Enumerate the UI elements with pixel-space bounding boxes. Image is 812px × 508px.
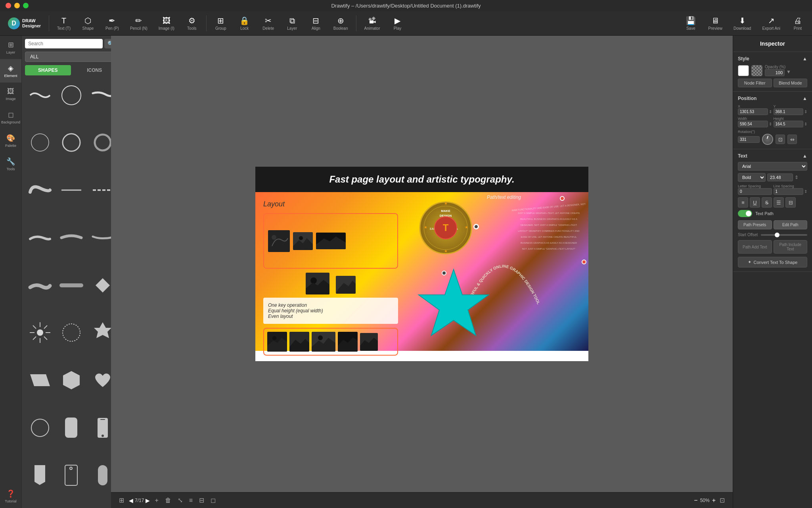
text-collapse-icon[interactable]: ▲: [802, 153, 807, 159]
canvas-content[interactable]: Fast page layout and artistic typography…: [111, 36, 733, 492]
control-handle-right[interactable]: [582, 260, 586, 264]
layers-button[interactable]: ≡: [188, 496, 194, 505]
align-left-button[interactable]: ≡: [738, 197, 748, 208]
opacity-input[interactable]: [765, 69, 785, 76]
shape-item-blob1[interactable]: [25, 175, 55, 205]
toolbar-preview[interactable]: 🖥 Preview: [703, 15, 727, 32]
line-spacing-input[interactable]: [774, 188, 804, 195]
tab-icons[interactable]: ICONS: [72, 65, 118, 75]
start-offset-slider[interactable]: [761, 234, 807, 236]
toolbar-animator[interactable]: 📽 Animator: [360, 15, 385, 32]
shape-item-circle-medium[interactable]: [56, 128, 86, 158]
toolbar-image[interactable]: 🖼 Image (I): [154, 15, 179, 32]
rotation-input[interactable]: [738, 136, 760, 143]
sidebar-item-layer[interactable]: ⊞ Layer: [0, 36, 21, 59]
toolbar-text[interactable]: T Text (T): [52, 15, 75, 32]
shape-item-circle-empty[interactable]: [25, 413, 55, 443]
sidebar-item-background[interactable]: ◻ Background: [0, 106, 21, 129]
line-spacing-stepper[interactable]: ⇕: [804, 189, 807, 194]
shape-item-tag1[interactable]: [25, 460, 55, 490]
bullet-list-button[interactable]: ☰: [774, 197, 784, 208]
font-style-select[interactable]: Bold: [738, 173, 766, 182]
start-offset-handle[interactable]: [775, 233, 779, 237]
height-input[interactable]: [774, 121, 804, 127]
x-stepper-icon[interactable]: ⇕: [769, 110, 772, 114]
opacity-dropdown-icon[interactable]: ▼: [786, 69, 791, 76]
node-filter-button[interactable]: Node Filter: [738, 79, 772, 87]
teal-star[interactable]: [414, 266, 493, 347]
zoom-out-button[interactable]: −: [694, 497, 697, 504]
toolbar-boolean[interactable]: ⊕ Boolean: [329, 14, 353, 32]
sidebar-item-palette[interactable]: 🎨 Palette: [0, 129, 21, 152]
underline-button[interactable]: U: [750, 197, 760, 208]
grid-button[interactable]: ⊟: [197, 496, 206, 505]
control-handle-bottom[interactable]: [442, 271, 446, 275]
sidebar-item-tutorial[interactable]: ❓ Tutorial: [0, 485, 21, 508]
zoom-in-button[interactable]: +: [712, 497, 716, 504]
x-input[interactable]: [738, 108, 768, 115]
width-stepper-icon[interactable]: ⇕: [769, 122, 772, 126]
shape-item-dotted-circle[interactable]: [56, 318, 86, 348]
path-include-text-button[interactable]: Path Include Text: [774, 240, 808, 254]
next-page-button[interactable]: ▶: [146, 497, 150, 504]
font-size-input[interactable]: [767, 173, 793, 181]
convert-text-to-shape-button[interactable]: ✦ Convert Text To Shape: [738, 257, 807, 267]
toolbar-pen[interactable]: ✒ Pen (P): [101, 14, 124, 32]
toolbar-delete[interactable]: ✂ Delete: [257, 14, 280, 32]
width-input[interactable]: [738, 121, 768, 127]
shape-item-brush3[interactable]: [25, 223, 55, 252]
y-input[interactable]: [774, 108, 804, 115]
resize-button[interactable]: ⤡: [176, 496, 184, 505]
shape-item-sunburst[interactable]: [25, 318, 55, 348]
toolbar-download[interactable]: ⬇ Download: [729, 14, 756, 32]
shape-item-brush1[interactable]: [25, 80, 55, 110]
shape-item-brush7[interactable]: [56, 270, 86, 300]
y-stepper-icon[interactable]: ⇕: [804, 110, 807, 114]
toolbar-group[interactable]: ⊞ Group: [210, 14, 232, 32]
grid-view-button[interactable]: ⊞: [117, 496, 126, 505]
blend-mode-button[interactable]: Blend Mode: [774, 79, 808, 87]
toolbar-shape[interactable]: ⬡ Shape: [77, 14, 99, 32]
shape-item-brush4[interactable]: [56, 223, 86, 252]
shape-item-line[interactable]: [56, 175, 86, 205]
add-page-button[interactable]: +: [153, 496, 160, 505]
lock-ratio-button[interactable]: ⊡: [776, 135, 785, 144]
toolbar-align[interactable]: ⊟ Align: [305, 14, 327, 32]
shape-item-brush6[interactable]: [25, 270, 55, 300]
rotation-knob[interactable]: [762, 134, 773, 145]
edit-path-button[interactable]: Edit Path: [774, 220, 808, 229]
toolbar-pencil[interactable]: ✏ Pencil (N): [125, 14, 152, 32]
prev-page-button[interactable]: ◀: [129, 497, 133, 504]
sidebar-item-tools[interactable]: 🔧 Tools: [0, 152, 21, 176]
height-stepper-icon[interactable]: ⇕: [804, 122, 807, 126]
tab-shapes[interactable]: SHAPES: [25, 65, 71, 75]
close-button[interactable]: [6, 3, 11, 8]
flip-button[interactable]: ⇔: [787, 135, 797, 144]
control-handle-center[interactable]: [473, 224, 479, 229]
shape-item-tag2[interactable]: [56, 460, 86, 490]
shape-item-rounded-rect[interactable]: [56, 413, 86, 443]
style-collapse-icon[interactable]: ▲: [802, 56, 807, 62]
ordered-list-button[interactable]: ⊟: [785, 197, 796, 208]
font-size-stepper[interactable]: ⇕: [795, 175, 799, 180]
fit-button[interactable]: ⊡: [718, 496, 726, 505]
toolbar-lock[interactable]: 🔒 Lock: [234, 14, 256, 32]
frames-button[interactable]: ◻: [209, 496, 217, 505]
font-select[interactable]: Arial: [738, 162, 807, 171]
shape-item-circle-thin[interactable]: [25, 128, 55, 158]
delete-page-button[interactable]: 🗑: [163, 496, 173, 505]
sidebar-item-element[interactable]: ◈ Element: [0, 59, 21, 83]
minimize-button[interactable]: [14, 3, 20, 8]
path-presets-button[interactable]: Path Presets: [738, 220, 772, 229]
toolbar-export[interactable]: ↗ Export Ani: [757, 14, 785, 32]
canvas[interactable]: Fast page layout and artistic typography…: [255, 167, 588, 361]
sidebar-item-image[interactable]: 🖼 Image: [0, 83, 21, 106]
toolbar-layer[interactable]: ⧉ Layer: [281, 15, 303, 32]
position-collapse-icon[interactable]: ▲: [802, 96, 807, 101]
letter-spacing-input[interactable]: [738, 188, 772, 195]
control-handle-top[interactable]: [560, 196, 565, 201]
search-input[interactable]: [25, 39, 103, 48]
fill-color-swatch[interactable]: [738, 65, 749, 76]
shape-item-parallelogram[interactable]: [25, 366, 55, 395]
shape-item-hexagon[interactable]: [56, 366, 86, 395]
